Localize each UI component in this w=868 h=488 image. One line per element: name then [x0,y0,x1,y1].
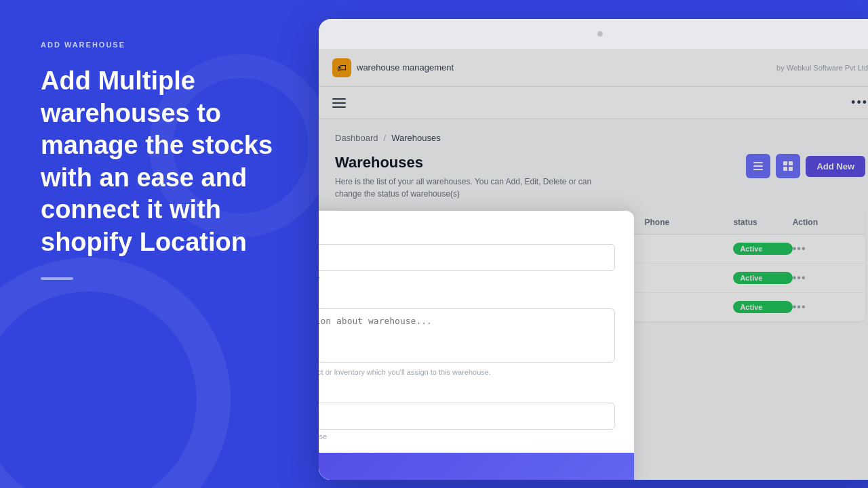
main-heading: Add Multiple warehouses to manage the st… [41,65,278,258]
additional-info-field: Additional Information This info coud be… [319,294,615,376]
add-warehouse-form: Warehouse name* Enter the name of your w… [319,211,634,480]
divider [41,277,73,280]
browser-window: 🏷 warehouse management by Webkul Softwar… [319,19,868,480]
additional-info-input[interactable] [319,308,615,363]
address-line1-input[interactable] [319,403,615,430]
warehouse-name-label: Warehouse name* [319,230,615,240]
browser-chrome [319,19,868,49]
address-line1-field: Address Line 1* Enter the location of yo… [319,388,615,441]
additional-info-label: Additional Information [319,294,615,304]
address-line1-label: Address Line 1* [319,388,615,399]
warehouse-name-field: Warehouse name* Enter the name of your w… [319,230,615,282]
address-line1-hint: Enter the location of your warehouse [319,432,615,441]
warehouse-name-hint: Enter the name of your warehouse [319,274,615,282]
left-panel: ADD WAREHOUSE Add Multiple warehouses to… [0,0,319,488]
form-footer [319,453,634,480]
section-label: ADD WAREHOUSE [41,41,278,49]
warehouse-name-input[interactable] [319,244,615,271]
additional-info-hint: This info coud be about the Product or I… [319,368,615,376]
browser-dot [597,31,603,37]
modal-overlay: Warehouse name* Enter the name of your w… [319,49,868,480]
app-content: 🏷 warehouse management by Webkul Softwar… [319,49,868,480]
